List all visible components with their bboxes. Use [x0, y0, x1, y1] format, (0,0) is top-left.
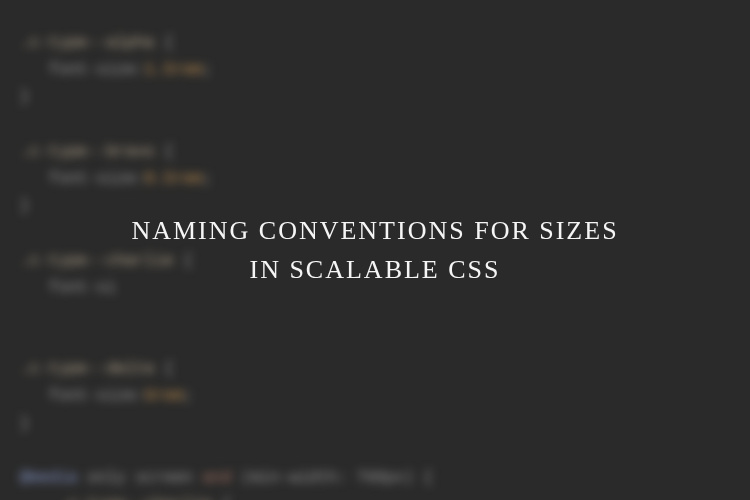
title-line-1: NAMING CONVENTIONS FOR SIZES	[38, 211, 713, 250]
selector: .c-type--delta	[20, 360, 154, 378]
selector: .c-type--alpha	[20, 34, 154, 52]
title-line-2: IN SCALABLE CSS	[38, 250, 713, 289]
value: 1.5rem	[145, 61, 203, 79]
selector: .c-type--bravo	[20, 143, 154, 161]
property: font-size	[49, 387, 135, 405]
selector: .c-type--charlie	[58, 496, 212, 500]
media-screen: only screen	[87, 469, 193, 487]
property: font-size	[49, 61, 135, 79]
title-overlay: NAMING CONVENTIONS FOR SIZES IN SCALABLE…	[38, 211, 713, 289]
media-condition: (min-width: 768px)	[241, 469, 414, 487]
media-keyword: @media	[20, 469, 78, 487]
media-and: and	[202, 469, 231, 487]
value: 0.5rem	[145, 170, 203, 188]
property: font-size	[49, 170, 135, 188]
value: 6rem	[145, 387, 183, 405]
